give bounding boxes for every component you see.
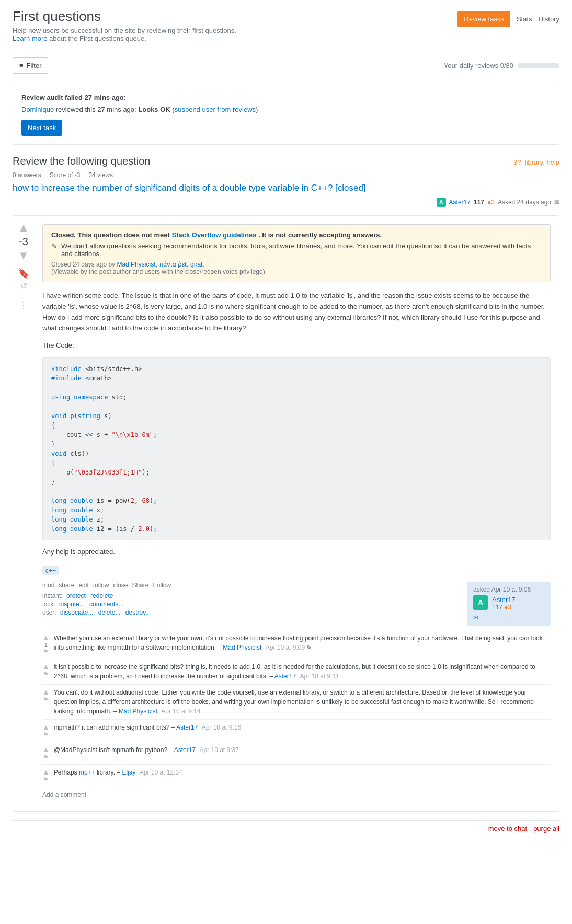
question-link[interactable]: how to increase the number of significan… xyxy=(13,183,559,193)
so-guidelines-link[interactable]: Stack Overflow guidelines xyxy=(171,231,256,239)
question-body: I have written some code. The issue is t… xyxy=(42,291,551,558)
comment-body-5: @MadPhysicist isn't mpmath for python? –… xyxy=(54,745,551,755)
edit-icon: ✎ xyxy=(51,242,57,250)
share-link[interactable]: share xyxy=(59,582,74,589)
comment-body-6: Perhaps mp++ library. – Eljay Apr 10 at … xyxy=(54,768,551,777)
post-footer: mod share edit follow close Share Follow… xyxy=(42,582,551,626)
post-container: ▲ -3 ▼ 🔖 ↺ ⋮ Closed. This question does … xyxy=(13,215,559,812)
follow-button[interactable]: Follow xyxy=(153,582,171,589)
author-card-label: asked Apr 10 at 9:06 xyxy=(473,586,544,593)
comment-vote-5: ▲ ⚑ xyxy=(42,745,50,761)
review-tasks-button[interactable]: Review tasks xyxy=(457,11,510,27)
answers-count: 0 answers xyxy=(13,171,41,179)
body-paragraph-2: Any help is appreciated. xyxy=(42,547,551,558)
post-content: Closed. This question does not meet Stac… xyxy=(34,216,559,811)
bookmark-icon[interactable]: 🔖 xyxy=(18,268,29,279)
comment-vote-4: ▲ ⚑ xyxy=(42,723,50,738)
move-to-chat-button[interactable]: move to chat xyxy=(488,825,527,833)
upvote-button[interactable]: ▲ xyxy=(18,222,29,234)
suspend-link[interactable]: suspend user from reviews xyxy=(175,106,256,113)
closed-footer: Closed 24 days ago by Mad Physicist, πάν… xyxy=(51,261,542,275)
filter-button[interactable]: ≡ Filter xyxy=(13,57,48,74)
comment: ▲ ⚑ @MadPhysicist isn't mpmath for pytho… xyxy=(42,742,551,765)
comment-upvote-2[interactable]: ▲ xyxy=(42,662,50,671)
views-label: 34 views xyxy=(88,171,113,179)
question-author-row: A Aster17 117 ●3 Asked 24 days ago ✉ xyxy=(13,198,559,207)
comment: ▲ ⚑ You can't do it without additional c… xyxy=(42,685,551,720)
stats-link[interactable]: Stats xyxy=(517,15,532,23)
author-card: asked Apr 10 at 9:06 A Aster17 117 ●3 ✉ xyxy=(467,582,551,626)
dissociate-link[interactable]: dissociate... xyxy=(60,609,93,616)
comment-edit-icon-1[interactable]: ✎ xyxy=(306,644,312,651)
add-comment-link[interactable]: Add a comment xyxy=(42,787,551,803)
asked-time: Asked 24 days ago xyxy=(498,199,551,206)
comment-flag-3[interactable]: ⚑ xyxy=(43,696,49,703)
comment-author-3[interactable]: Mad Physicist xyxy=(119,708,157,715)
comment-body-1: Whether you use an external library or w… xyxy=(54,633,551,652)
tags-row: c++ xyxy=(42,566,551,575)
author-card-rep: 117 ●3 xyxy=(492,604,516,611)
close-link[interactable]: close xyxy=(113,582,128,589)
comments-link[interactable]: comments... xyxy=(89,600,123,608)
code-block: #include <bits/stdc++.h> #include <cmath… xyxy=(42,357,551,540)
history-icon[interactable]: ↺ xyxy=(20,281,27,291)
next-task-button[interactable]: Next task xyxy=(21,120,62,136)
mod-actions: instant: protect redelete lock: dispute.… xyxy=(42,592,171,616)
protect-link[interactable]: protect xyxy=(66,592,86,599)
comment-flag-6[interactable]: ⚑ xyxy=(43,776,49,783)
comment-author-2[interactable]: Aster17 xyxy=(274,673,296,680)
tag-cpp[interactable]: c++ xyxy=(42,566,59,575)
vote-count: -3 xyxy=(19,236,28,248)
closed-notice-title: Closed. This question does not meet Stac… xyxy=(51,231,542,239)
comment-author-6[interactable]: Eljay xyxy=(122,769,135,776)
comment-time-1: Apr 10 at 9:09 xyxy=(266,644,305,651)
purge-all-button[interactable]: purge all xyxy=(533,825,559,833)
closed-reason: ✎ We don't allow questions seeking recom… xyxy=(51,242,542,258)
comment-flag-2[interactable]: ⚑ xyxy=(43,671,49,678)
comment-author-5[interactable]: Aster17 xyxy=(174,746,196,754)
comment-body-2: it isn't possible to increase the signif… xyxy=(54,662,551,681)
audit-title: Review audit failed 27 mins ago: xyxy=(21,94,551,101)
share-button[interactable]: Share xyxy=(132,582,148,589)
mod-link[interactable]: mod xyxy=(42,582,54,589)
delete-link[interactable]: delete... xyxy=(98,609,121,616)
comment-vote-2: ▲ ⚑ xyxy=(42,662,50,678)
closed-by-users[interactable]: Mad Physicist, πάντα ῥεῖ, gnat xyxy=(117,261,202,268)
comment-flag-4[interactable]: ⚑ xyxy=(43,731,49,738)
comment-upvote-6[interactable]: ▲ xyxy=(42,768,50,776)
follow-link[interactable]: follow xyxy=(93,582,109,589)
destroy-link[interactable]: destroy... xyxy=(125,609,151,616)
comment-author-4[interactable]: Aster17 xyxy=(176,724,198,731)
edit-link[interactable]: edit xyxy=(78,582,88,589)
comment-body-4: mpmath? it can add more significant bits… xyxy=(54,723,551,732)
more-options-icon[interactable]: ⋮ xyxy=(19,300,28,310)
body-paragraph-1: I have written some code. The issue is t… xyxy=(42,291,551,334)
author-name-link[interactable]: Aster17 xyxy=(449,199,471,206)
avatar: A xyxy=(437,198,446,207)
history-link[interactable]: History xyxy=(539,15,559,23)
audit-reviewer-link[interactable]: Dominique xyxy=(21,106,54,113)
dispute-link[interactable]: dispute... xyxy=(59,600,85,608)
audit-notice: Review audit failed 27 mins ago: Dominiq… xyxy=(13,85,559,145)
comment-upvote-1[interactable]: ▲ xyxy=(42,633,50,642)
author-card-name-link[interactable]: Aster17 xyxy=(492,596,516,604)
comment-body-3: You can't do it without additional code.… xyxy=(54,688,551,716)
daily-reviews: Your daily reviews 0/80 xyxy=(444,62,559,70)
redelete-link[interactable]: redelete xyxy=(90,592,113,599)
downvote-button[interactable]: ▼ xyxy=(18,250,29,261)
learn-more-link[interactable]: Learn more xyxy=(13,34,47,42)
author-card-avatar: A xyxy=(473,595,488,610)
comment-flag-5[interactable]: ⚑ xyxy=(43,754,49,761)
comment-upvote-5[interactable]: ▲ xyxy=(42,745,50,754)
comment-time-5: Apr 10 at 9:37 xyxy=(199,746,238,754)
comment-vote-3: ▲ ⚑ xyxy=(42,688,50,703)
comment-vote-6: ▲ ⚑ xyxy=(42,768,50,783)
audit-body: Dominique reviewed this 27 mins ago: Loo… xyxy=(21,106,551,113)
comment-author-1[interactable]: Mad Physicist xyxy=(223,644,261,651)
rep-dot: ●3 xyxy=(487,199,495,206)
comment-upvote-4[interactable]: ▲ xyxy=(42,723,50,731)
author-card-email-icon[interactable]: ✉ xyxy=(473,614,544,621)
comment-flag-1[interactable]: ⚑ xyxy=(43,648,49,655)
mppp-link[interactable]: mp++ xyxy=(79,769,95,776)
comment-upvote-3[interactable]: ▲ xyxy=(42,688,50,696)
